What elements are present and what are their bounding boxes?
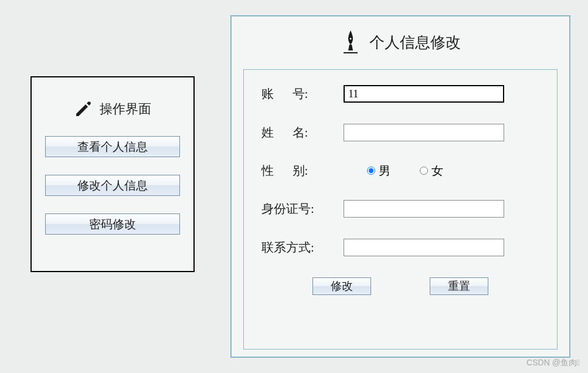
account-label: 账 号:: [261, 86, 344, 102]
id-number-input[interactable]: [344, 200, 504, 218]
contact-input[interactable]: [344, 239, 504, 256]
svg-point-0: [350, 38, 352, 40]
name-input[interactable]: [344, 124, 504, 141]
sidebar-panel: 操作界面 查看个人信息 修改个人信息 密码修改: [30, 76, 195, 272]
edit-info-button[interactable]: 修改个人信息: [45, 175, 180, 196]
account-row: 账 号:: [261, 85, 539, 103]
gender-male-option[interactable]: 男: [367, 163, 390, 179]
name-label: 姓 名:: [261, 124, 344, 141]
view-info-button[interactable]: 查看个人信息: [45, 136, 180, 157]
gender-female-option[interactable]: 女: [420, 163, 443, 179]
gender-row: 性 别: 男 女: [261, 162, 539, 179]
pencil-icon: [74, 100, 93, 118]
main-panel: 个人信息修改 账 号: 姓 名: 性 别: 男: [230, 15, 570, 358]
account-input[interactable]: [344, 85, 504, 103]
button-row: 修改 重置: [261, 277, 539, 295]
gender-radio-group: 男 女: [367, 163, 443, 179]
watermark: CSDN @鱼肉𪚥: [526, 358, 580, 368]
change-password-button[interactable]: 密码修改: [45, 213, 180, 235]
sidebar-title: 操作界面: [100, 100, 151, 118]
gender-label: 性 别:: [261, 162, 344, 179]
id-number-row: 身份证号:: [261, 200, 539, 218]
main-title: 个人信息修改: [369, 32, 461, 53]
modify-button[interactable]: 修改: [312, 277, 371, 295]
id-number-label: 身份证号:: [261, 201, 344, 217]
contact-row: 联系方式:: [261, 239, 539, 256]
contact-label: 联系方式:: [261, 239, 344, 256]
reset-button[interactable]: 重置: [430, 277, 488, 295]
gender-female-radio[interactable]: [420, 167, 428, 175]
form-container: 账 号: 姓 名: 性 别: 男 女: [243, 69, 558, 350]
name-row: 姓 名:: [261, 124, 539, 141]
sidebar-header: 操作界面: [43, 100, 182, 118]
main-header: 个人信息修改: [243, 29, 558, 55]
fountain-pen-icon: [340, 29, 361, 55]
gender-male-radio[interactable]: [367, 167, 375, 175]
